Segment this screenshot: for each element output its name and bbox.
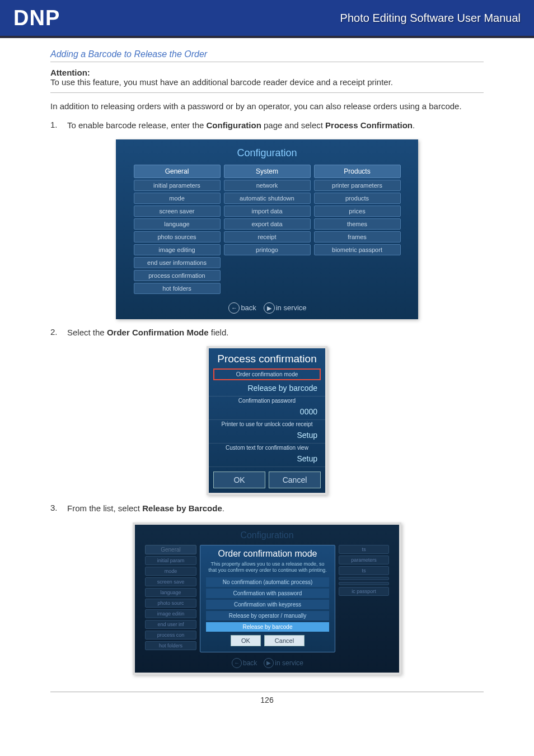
cfg-item-process-confirmation[interactable]: process confirmation: [134, 270, 221, 281]
back-arrow-icon[interactable]: ←: [228, 302, 240, 314]
cfg-item[interactable]: screen saver: [134, 206, 221, 217]
field-value[interactable]: 0000: [209, 405, 325, 420]
step-text: To enable barcode release, enter the Con…: [67, 120, 484, 131]
bg-item: screen save: [145, 577, 196, 586]
cfg-item[interactable]: language: [134, 218, 221, 230]
t-bold: Process Confirmation: [325, 120, 413, 130]
footer-nav: ←back ▶in service: [116, 302, 418, 314]
screenshot-order-confirmation-mode: Configuration General initial param mode…: [133, 522, 401, 675]
t: .: [413, 120, 415, 130]
col-head: General: [134, 165, 221, 178]
bg-item: [339, 577, 389, 580]
t-bold: Order Confirmation Mode: [107, 328, 209, 337]
field-value: Release by barcode: [209, 381, 325, 396]
cfg-item[interactable]: prices: [314, 206, 401, 217]
option-confirm-password[interactable]: Confirmation with password: [206, 589, 329, 598]
screenshot-process-confirmation: Process confirmation Order confirmation …: [207, 346, 327, 495]
option-no-confirmation[interactable]: No confirmation (automatic process): [206, 577, 329, 587]
step-number: 3.: [50, 503, 67, 514]
bg-item: hot folders: [145, 641, 196, 650]
cfg-item[interactable]: photo sources: [134, 231, 221, 242]
step-number: 1.: [50, 120, 67, 131]
bg-item: [339, 582, 389, 585]
cfg-item[interactable]: mode: [134, 193, 221, 204]
bg-left-col: General initial param mode screen save l…: [145, 545, 196, 652]
play-icon[interactable]: ▶: [264, 302, 275, 314]
cfg-item[interactable]: initial parameters: [134, 180, 221, 191]
cfg-item[interactable]: themes: [314, 218, 401, 230]
back-arrow-icon: ←: [232, 658, 242, 668]
ok-button[interactable]: OK: [213, 472, 265, 488]
config-col-system: System network automatic shutdown import…: [224, 165, 311, 296]
pc-title: Process confirmation: [209, 348, 325, 368]
t-bold: Release by Barcode: [142, 503, 222, 513]
cfg-item[interactable]: frames: [314, 231, 401, 242]
t-bold: Configuration: [207, 120, 261, 130]
step-text: From the list, select Release by Barcode…: [67, 503, 484, 514]
dialog-title: Order confirmation mode: [206, 549, 329, 559]
cfg-item[interactable]: network: [224, 180, 311, 191]
attention-label: Attention:: [50, 68, 484, 77]
bg-item: ts: [339, 566, 389, 575]
back-label[interactable]: back: [241, 304, 256, 312]
setup-button[interactable]: Setup: [209, 452, 325, 467]
t: From the list, select: [67, 503, 142, 513]
cfg-item[interactable]: receipt: [224, 231, 311, 242]
option-release-operator[interactable]: Release by operator / manually: [206, 611, 329, 620]
bg-item: language: [145, 588, 196, 597]
cfg-item[interactable]: image editing: [134, 244, 221, 255]
option-release-barcode[interactable]: Release by barcode: [206, 622, 329, 632]
cfg-item[interactable]: hot folders: [134, 283, 221, 294]
step-3: 3. From the list, select Release by Barc…: [50, 503, 484, 514]
col-head: Products: [314, 165, 401, 178]
order-confirmation-dialog: Order confirmation mode This property al…: [200, 545, 335, 652]
bg-item: mode: [145, 567, 196, 576]
t: .: [222, 503, 224, 513]
step-number: 2.: [50, 327, 67, 338]
bg-item: ts: [339, 545, 389, 554]
logo: DNP: [13, 6, 60, 30]
page-header: DNP Photo Editing Software User Manual: [0, 0, 534, 38]
cancel-button[interactable]: Cancel: [264, 635, 305, 646]
bg-item: ic passport: [339, 587, 389, 596]
cfg-item[interactable]: export data: [224, 218, 311, 230]
bg-col-head: General: [145, 545, 196, 554]
screenshot-configuration: Configuration General initial parameters…: [116, 139, 418, 320]
cfg-item[interactable]: products: [314, 193, 401, 204]
cfg-item[interactable]: printogo: [224, 244, 311, 255]
order-confirmation-mode-field[interactable]: Order confirmation mode: [213, 368, 321, 380]
t: field.: [209, 328, 229, 337]
col-head: System: [224, 165, 311, 178]
cancel-button[interactable]: Cancel: [269, 472, 321, 488]
step-1: 1. To enable barcode release, enter the …: [50, 120, 484, 131]
page-number: 126: [50, 692, 484, 704]
t: page and select: [261, 120, 325, 130]
t: Select the: [67, 328, 107, 337]
cfg-item[interactable]: import data: [224, 206, 311, 217]
cfg-item[interactable]: end user informations: [134, 257, 221, 268]
field-label: Custom text for confirmation view: [209, 444, 325, 452]
inservice-label: in service: [275, 659, 303, 666]
header-title: Photo Editing Software User Manual: [340, 12, 521, 25]
bg-right-col: ts parameters ts ic passport: [339, 545, 389, 652]
config-title: Configuration: [116, 147, 418, 159]
option-confirm-keypress[interactable]: Confirmation with keypress: [206, 600, 329, 609]
bg-title: Configuration: [135, 530, 399, 540]
footer-nav-dim: ←back ▶in service: [135, 658, 399, 668]
step-2: 2. Select the Order Confirmation Mode fi…: [50, 327, 484, 338]
field-label: Confirmation password: [209, 396, 325, 405]
ok-button[interactable]: OK: [231, 635, 261, 646]
attention-text: To use this feature, you must have an ad…: [50, 77, 484, 87]
field-label: Printer to use for unlock code receipt: [209, 420, 325, 428]
setup-button[interactable]: Setup: [209, 428, 325, 444]
step-text: Select the Order Confirmation Mode field…: [67, 327, 484, 338]
inservice-label[interactable]: in service: [276, 304, 307, 312]
bg-item: initial param: [145, 556, 196, 565]
section-title: Adding a Barcode to Release the Order: [50, 49, 484, 62]
attention-block: Attention: To use this feature, you must…: [50, 68, 484, 93]
logo-text: DNP: [13, 6, 60, 30]
cfg-item[interactable]: printer parameters: [314, 180, 401, 191]
bg-item: end user inf: [145, 620, 196, 629]
cfg-item[interactable]: biometric passport: [314, 244, 401, 255]
cfg-item[interactable]: automatic shutdown: [224, 193, 311, 204]
